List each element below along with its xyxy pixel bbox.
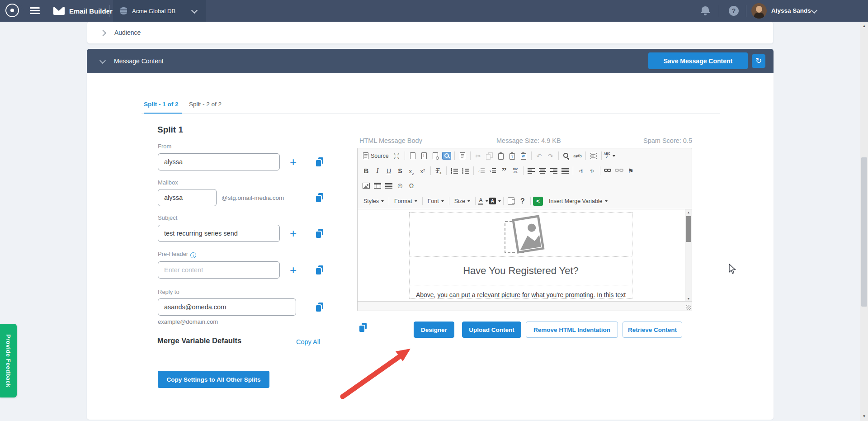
superscript-icon[interactable] [417, 166, 428, 176]
toolbar-separator [600, 166, 600, 175]
paste-word-icon[interactable] [518, 151, 529, 161]
add-subject-button[interactable]: + [290, 229, 297, 238]
align-justify-icon[interactable] [560, 166, 571, 176]
image-preview-icon[interactable] [441, 151, 452, 161]
preview-icon[interactable] [430, 151, 441, 161]
spellcheck-icon[interactable] [604, 151, 615, 161]
paste-text-icon[interactable] [507, 151, 518, 161]
replyto-input[interactable] [158, 298, 296, 316]
find-icon[interactable] [561, 151, 572, 161]
smiley-icon[interactable]: ☺ [395, 180, 406, 191]
save-template-icon[interactable] [419, 151, 429, 161]
scroll-up-icon[interactable]: ▲ [860, 23, 868, 30]
anchor-icon[interactable]: ⚑ [625, 166, 636, 176]
copy-settings-button[interactable]: Copy Settings to All Other Splits [158, 371, 269, 388]
insert-table-icon[interactable] [372, 180, 383, 191]
notifications-bell-icon[interactable] [702, 6, 709, 12]
remove-html-indentation-button[interactable]: Remove HTML Indentation [526, 322, 618, 338]
tab-split-2[interactable]: Split - 2 of 2 [189, 101, 222, 108]
hamburger-menu-icon[interactable] [30, 7, 40, 9]
bold-icon[interactable]: B [361, 166, 372, 176]
database-selector[interactable]: Acme Global DB [113, 0, 206, 22]
add-from-button[interactable]: + [290, 157, 297, 166]
page-scrollbar-thumb[interactable] [861, 157, 867, 307]
underline-icon[interactable]: U [383, 166, 394, 176]
format-dropdown[interactable]: Format [392, 196, 420, 207]
copy-mailbox-icon[interactable] [316, 193, 323, 202]
about-editor-icon[interactable]: ? [517, 196, 528, 207]
italic-icon[interactable]: I [372, 166, 383, 176]
audience-section[interactable]: Audience [87, 21, 774, 44]
font-dropdown[interactable]: Font [425, 196, 447, 207]
page-scrollbar[interactable]: ▲ ▼ [860, 22, 868, 421]
styles-dropdown[interactable]: Styles [361, 196, 387, 207]
select-all-icon[interactable] [588, 151, 599, 161]
preheader-input[interactable] [158, 261, 280, 279]
mailbox-input[interactable] [158, 189, 217, 206]
paste-icon[interactable] [495, 151, 506, 161]
copy-replyto-icon[interactable] [316, 303, 323, 312]
new-page-icon[interactable] [407, 151, 418, 161]
info-icon[interactable]: i [190, 252, 196, 258]
add-preheader-button[interactable]: + [290, 265, 297, 274]
copy-all-link[interactable]: Copy All [296, 338, 320, 345]
editor-scrollbar-thumb[interactable] [686, 216, 691, 242]
retrieve-content-button[interactable]: Retrieve Content [623, 322, 682, 338]
scroll-up-icon[interactable]: ▲ [685, 209, 692, 216]
user-avatar[interactable] [751, 3, 767, 19]
align-center-icon[interactable] [537, 166, 548, 176]
editor-scrollbar[interactable]: ▲ ▼ [685, 209, 692, 302]
upload-content-button[interactable]: Upload Content [462, 322, 521, 338]
message-content-header[interactable]: Message Content Save Message Content ↻ [87, 49, 774, 73]
designer-button[interactable]: Designer [414, 322, 454, 338]
copy-subject-icon[interactable] [316, 229, 323, 238]
tab-split-1[interactable]: Split - 1 of 2 [144, 101, 179, 108]
show-blocks-icon[interactable] [506, 196, 517, 207]
chevron-down-icon[interactable] [99, 57, 106, 64]
email-heading[interactable]: Have You Registered Yet? [410, 257, 632, 285]
subscript-icon[interactable] [406, 166, 417, 176]
bidi-rtl-icon[interactable]: ¶‹ [587, 166, 598, 176]
align-left-icon[interactable] [526, 166, 537, 176]
special-char-icon[interactable]: Ω [406, 180, 417, 191]
resize-handle[interactable] [686, 305, 691, 310]
user-menu-chevron-icon[interactable] [811, 7, 817, 14]
refresh-button[interactable]: ↻ [752, 54, 765, 68]
source-button[interactable]: Source [361, 151, 391, 161]
background-color-icon[interactable]: A [489, 196, 501, 207]
save-message-content-button[interactable]: Save Message Content [648, 52, 748, 69]
replace-icon[interactable]: a⇄b [572, 151, 583, 161]
bidi-ltr-icon[interactable]: ›¶ [576, 166, 586, 176]
strikethrough-icon[interactable]: S [395, 166, 406, 176]
help-icon[interactable]: ? [729, 6, 739, 16]
subject-input[interactable] [158, 225, 280, 242]
templates-icon[interactable] [457, 151, 468, 161]
numbered-list-icon[interactable] [449, 166, 460, 176]
from-input[interactable] [158, 153, 280, 170]
merge-tool-icon[interactable]: < [533, 197, 543, 206]
link-icon[interactable] [603, 166, 613, 176]
insert-merge-variable-dropdown[interactable]: Insert Merge Variable [546, 196, 610, 207]
copy-from-icon[interactable] [316, 157, 323, 166]
size-dropdown[interactable]: Size [452, 196, 473, 207]
navbar-divider [109, 5, 110, 17]
image-placeholder-block[interactable] [410, 213, 632, 257]
provide-feedback-tab[interactable]: Provide Feedback [0, 324, 17, 397]
div-container-icon[interactable] [510, 166, 521, 176]
indent-icon[interactable] [487, 166, 498, 176]
remove-format-icon[interactable] [433, 166, 444, 176]
horizontal-rule-icon[interactable] [383, 180, 394, 191]
scroll-down-icon[interactable]: ▼ [860, 413, 868, 420]
copy-html-icon[interactable] [359, 323, 367, 332]
maximize-icon[interactable] [392, 151, 402, 161]
omeda-logo-icon[interactable] [5, 4, 19, 17]
copy-preheader-icon[interactable] [316, 265, 323, 274]
blockquote-icon[interactable]: ” [499, 166, 509, 176]
bulleted-list-icon[interactable] [460, 166, 471, 176]
text-color-icon[interactable] [478, 196, 489, 207]
insert-image-icon[interactable] [361, 180, 372, 191]
editor-content-area[interactable]: Have You Registered Yet? Above, you can … [358, 209, 692, 302]
email-paragraph[interactable]: Above, you can put a relevant picture fo… [410, 285, 632, 298]
align-right-icon[interactable] [548, 166, 559, 176]
chevron-right-icon[interactable] [100, 30, 106, 36]
